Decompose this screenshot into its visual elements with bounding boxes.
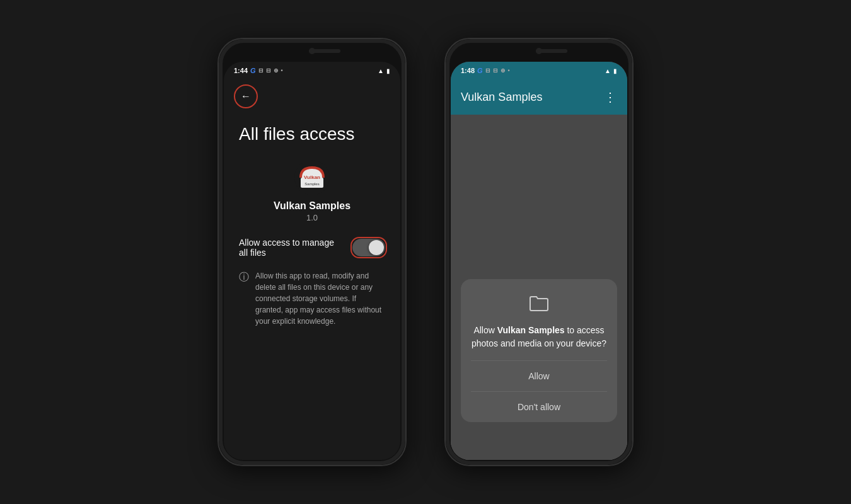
phone2-wifi-icon: ▲ <box>605 67 611 74</box>
status-bar: 1:44 G ⊟ ⊟ ⊕ • ▲ ▮ <box>224 62 400 79</box>
phone2-power[interactable] <box>632 127 634 162</box>
phone-1: 1:44 G ⊟ ⊟ ⊕ • ▲ ▮ ← All files access <box>217 38 407 466</box>
phone2-status-bar: 1:48 G ⊟ ⊟ ⊕ • ▲ ▮ <box>451 62 627 79</box>
phone-speaker <box>309 49 340 53</box>
svg-text:Samples: Samples <box>304 182 319 186</box>
toggle-label: Allow access to manage all files <box>239 238 352 258</box>
wifi-icon: ▲ <box>378 67 384 74</box>
info-section: ⓘ Allow this app to read, modify and del… <box>239 270 385 327</box>
dialog-text-allow: Allow <box>473 325 497 335</box>
dont-allow-button[interactable]: Don't allow <box>471 392 607 422</box>
phone2-sim-2: ⊟ <box>493 67 498 74</box>
app-version: 1.0 <box>306 213 318 222</box>
phone2-status-bar-right: ▲ ▮ <box>605 67 617 74</box>
phone2-sim-1: ⊟ <box>485 67 490 74</box>
folder-svg <box>529 294 549 312</box>
time-display: 1:44 <box>234 67 248 74</box>
phone-2: 1:48 G ⊟ ⊟ ⊕ • ▲ ▮ Vulkan Samples ⋮ <box>444 38 634 466</box>
back-button-container: ← <box>224 79 400 113</box>
phone2-vol-down[interactable] <box>444 149 446 175</box>
phone1-content: All files access Vulkan Samples Vulkan S… <box>224 113 400 337</box>
dialog-text: Allow Vulkan Samples to access photos an… <box>471 324 607 350</box>
permission-dialog: Allow Vulkan Samples to access photos an… <box>461 279 617 422</box>
app-bar: Vulkan Samples ⋮ <box>451 79 627 115</box>
toggle-knob <box>369 240 384 255</box>
phone2-speaker <box>536 49 567 53</box>
power-button[interactable] <box>405 127 407 162</box>
page-title: All files access <box>239 123 385 145</box>
all-files-toggle[interactable] <box>352 239 385 256</box>
sim-icon-1: ⊟ <box>258 67 263 74</box>
phone2-vol-up[interactable] <box>444 115 446 140</box>
phone2-google-icon: G <box>477 67 483 74</box>
volume-up-button[interactable] <box>217 115 219 140</box>
phone2-status-bar-left: 1:48 G ⊟ ⊟ ⊕ • <box>461 67 510 74</box>
app-name: Vulkan Samples <box>274 200 350 212</box>
status-bar-left: 1:44 G ⊟ ⊟ ⊕ • <box>234 67 283 74</box>
battery-icon: ▮ <box>386 67 390 74</box>
google-icon: G <box>250 67 256 74</box>
info-icon: ⓘ <box>239 271 249 284</box>
phone2-screen: 1:48 G ⊟ ⊟ ⊕ • ▲ ▮ Vulkan Samples ⋮ <box>451 62 627 460</box>
volume-down-button[interactable] <box>217 149 219 175</box>
folder-icon <box>529 294 549 316</box>
app-info: Vulkan Samples Vulkan Samples 1.0 <box>239 160 385 222</box>
info-description: Allow this app to read, modify and delet… <box>255 270 385 327</box>
svg-text:Vulkan: Vulkan <box>304 175 320 180</box>
phone2-time: 1:48 <box>461 67 475 74</box>
dialog-app-name: Vulkan Samples <box>497 325 565 335</box>
app-icon: Vulkan Samples <box>294 160 330 195</box>
toggle-row: Allow access to manage all files <box>239 238 385 258</box>
status-bar-right: ▲ ▮ <box>378 67 390 74</box>
phone2-cast: ⊕ <box>501 67 506 74</box>
back-arrow-icon: ← <box>241 91 251 102</box>
phone2-battery-icon: ▮ <box>613 67 617 74</box>
sim-icon-2: ⊟ <box>266 67 271 74</box>
phone1-screen: 1:44 G ⊟ ⊟ ⊕ • ▲ ▮ ← All files access <box>224 62 400 460</box>
allow-button[interactable]: Allow <box>471 361 607 391</box>
app-bar-title: Vulkan Samples <box>461 91 542 104</box>
menu-dots-button[interactable]: ⋮ <box>604 89 617 105</box>
cast-icon: ⊕ <box>274 67 279 74</box>
phone2-dot: • <box>508 67 510 74</box>
back-button[interactable]: ← <box>234 84 258 108</box>
dot-icon: • <box>281 67 283 74</box>
